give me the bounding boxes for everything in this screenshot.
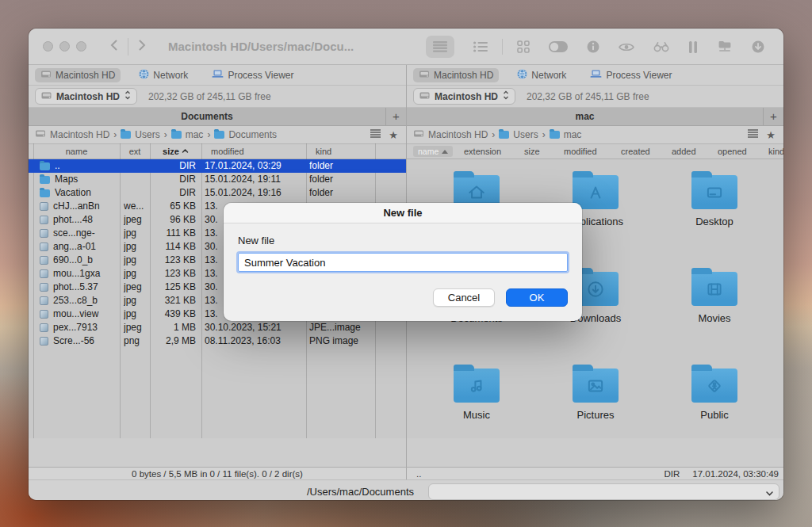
- grid-item-public[interactable]: Public: [655, 364, 774, 421]
- file-row[interactable]: Scre...-56png2,9 MB08.11.2023, 16:03PNG …: [29, 334, 406, 348]
- file-row[interactable]: pex...7913jpeg1 MB30.10.2023, 15:21JPE..…: [29, 321, 406, 334]
- right-drive-process-viewer[interactable]: Process Viewer: [584, 68, 677, 82]
- left-breadcrumb-bar: Macintosh HD›Users›mac›Documents ★: [29, 126, 406, 144]
- grid-view-icon[interactable]: [517, 40, 530, 53]
- file-name: mou...1gxa: [53, 267, 100, 281]
- cancel-button[interactable]: Cancel: [433, 288, 495, 307]
- grid-item-desktop[interactable]: Desktop: [655, 170, 774, 227]
- detail-view-icon[interactable]: [473, 41, 488, 52]
- file-name-cell: 690...0_b: [40, 254, 119, 267]
- toggle-icon[interactable]: [549, 41, 568, 52]
- breadcrumb-item[interactable]: mac: [550, 129, 582, 140]
- right-drive-macintosh-hd[interactable]: Macintosh HD: [413, 68, 499, 82]
- left-drive-network[interactable]: Network: [133, 67, 193, 83]
- file-name: phot....48: [53, 213, 93, 227]
- new-file-name-input[interactable]: [238, 253, 568, 272]
- file-name-cell: Vacation: [40, 186, 119, 200]
- file-name: 253...c8_b: [53, 294, 98, 307]
- right-column-headers: nameextensionsizemodifiedcreatedaddedope…: [407, 144, 783, 159]
- ok-button[interactable]: OK: [506, 288, 568, 307]
- chevron-down-icon[interactable]: [765, 487, 774, 501]
- file-size-cell: 321 KB: [151, 294, 196, 307]
- toolbar-divider: [502, 39, 503, 55]
- image-file-icon: [40, 310, 48, 319]
- info-icon[interactable]: [587, 40, 599, 53]
- column-header-modified[interactable]: modified: [564, 144, 597, 159]
- command-input[interactable]: [428, 483, 779, 500]
- file-row[interactable]: MapsDIR15.01.2024, 19:11folder: [29, 173, 406, 186]
- file-kind-cell: PNG image: [309, 334, 374, 348]
- download-icon[interactable]: [752, 40, 764, 53]
- drive-icon: [40, 70, 52, 81]
- column-header-modified[interactable]: modified: [201, 144, 306, 159]
- breadcrumb-item[interactable]: Macintosh HD: [35, 129, 109, 140]
- column-header-created[interactable]: created: [621, 144, 650, 159]
- grid-item-music[interactable]: Music: [417, 364, 536, 421]
- breadcrumb-item[interactable]: Documents: [214, 129, 277, 140]
- folder-icon: [550, 131, 560, 139]
- breadcrumb-item[interactable]: mac: [171, 129, 204, 140]
- file-row[interactable]: ..DIR17.01.2024, 03:29folder: [29, 159, 406, 173]
- dialog-field-label: New file: [238, 235, 568, 246]
- queue-pause-icon[interactable]: [688, 41, 698, 53]
- column-header-name[interactable]: name: [413, 146, 453, 157]
- column-header-added[interactable]: added: [672, 144, 696, 159]
- column-header-kind[interactable]: kind: [768, 144, 783, 159]
- column-header-ext[interactable]: ext: [120, 144, 150, 159]
- updown-chevrons-icon: [124, 90, 131, 102]
- column-header-name[interactable]: name: [33, 144, 120, 159]
- grid-item-label: Movies: [655, 312, 774, 324]
- folder-icon: [691, 369, 737, 403]
- image-file-icon: [40, 229, 48, 238]
- file-row[interactable]: VacationDIR15.01.2024, 19:16folder: [29, 186, 406, 200]
- minimize-button[interactable]: [59, 41, 70, 52]
- tab-mac[interactable]: mac: [407, 108, 763, 125]
- list-view-icon[interactable]: [426, 36, 454, 58]
- breadcrumb-label: Macintosh HD: [428, 129, 488, 140]
- left-drive-process-viewer[interactable]: Process Viewer: [206, 68, 299, 82]
- right-device-selector[interactable]: Macintosh HD: [413, 88, 515, 105]
- folder-icon: [573, 175, 619, 209]
- right-device-row: Macintosh HD 202,32 GB of 245,11 GB free: [407, 86, 783, 108]
- forward-icon[interactable]: [136, 39, 147, 55]
- breadcrumb-item[interactable]: Users: [121, 129, 159, 140]
- breadcrumb-item[interactable]: Macintosh HD: [413, 129, 488, 140]
- column-header-opened[interactable]: opened: [718, 144, 747, 159]
- file-ext-cell: jpg: [124, 294, 149, 307]
- file-ext-cell: [124, 186, 149, 200]
- file-ext-cell: jpg: [124, 227, 149, 240]
- drive-icon: [419, 70, 430, 81]
- zoom-button[interactable]: [76, 41, 86, 52]
- grid-item-pictures[interactable]: Pictures: [536, 364, 655, 421]
- left-device-selector[interactable]: Macintosh HD: [35, 88, 137, 105]
- close-button[interactable]: [43, 41, 53, 52]
- file-ext-cell: png: [124, 334, 149, 348]
- tab-documents[interactable]: Documents: [29, 108, 385, 125]
- view-mode-icon[interactable]: [748, 129, 758, 140]
- favorites-star-icon[interactable]: ★: [766, 129, 776, 141]
- search-binoculars-icon[interactable]: [653, 41, 669, 52]
- column-header-size[interactable]: size: [150, 144, 201, 159]
- preview-eye-icon[interactable]: [619, 42, 634, 52]
- file-name: ..: [55, 159, 60, 173]
- add-tab-icon[interactable]: +: [385, 108, 406, 125]
- column-header-extension[interactable]: extension: [464, 144, 501, 159]
- network-share-icon[interactable]: [717, 40, 733, 53]
- folder-icon: [499, 131, 509, 139]
- grid-item-movies[interactable]: Movies: [655, 267, 774, 324]
- left-device-name: Macintosh HD: [56, 91, 120, 102]
- column-header-size[interactable]: size: [524, 144, 540, 159]
- column-header-kind[interactable]: kind: [306, 144, 375, 159]
- back-icon[interactable]: [109, 39, 120, 55]
- image-file-icon: [40, 216, 48, 224]
- image-file-icon: [40, 202, 48, 211]
- right-drive-network[interactable]: Network: [511, 67, 572, 83]
- breadcrumb-item[interactable]: Users: [499, 129, 538, 140]
- add-tab-icon[interactable]: +: [763, 108, 783, 125]
- favorites-star-icon[interactable]: ★: [389, 129, 398, 141]
- left-drive-macintosh-hd[interactable]: Macintosh HD: [35, 68, 121, 82]
- right-drive-bar: Macintosh HDNetworkProcess Viewer: [407, 65, 783, 86]
- window-titlebar: Macintosh HD/Users/mac/Docu...: [29, 29, 783, 65]
- file-size-cell: 123 KB: [151, 267, 196, 281]
- view-mode-icon[interactable]: [370, 129, 381, 140]
